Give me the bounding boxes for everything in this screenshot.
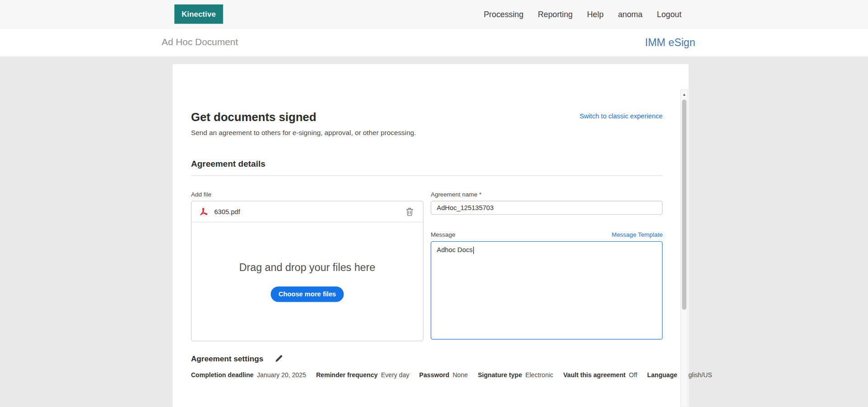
setting-label: Reminder frequency — [316, 371, 377, 378]
nav-item-help[interactable]: Help — [587, 9, 604, 19]
agreement-name-label: Agreement name — [431, 191, 477, 197]
dropzone-text: Drag and drop your files here — [239, 262, 375, 274]
kinective-logo[interactable]: Kinective — [175, 5, 223, 24]
setting-label: Signature type — [478, 371, 522, 378]
edit-settings-button[interactable] — [274, 353, 284, 363]
delete-file-button[interactable] — [405, 206, 415, 217]
page-title: Ad Hoc Document — [162, 37, 238, 48]
setting-label: Completion deadline — [191, 371, 253, 378]
choose-more-files-button[interactable]: Choose more files — [271, 286, 344, 302]
scroll-up-arrow-icon[interactable]: ▲ — [681, 90, 688, 97]
top-bar: Kinective Processing Reporting Help anom… — [0, 0, 868, 29]
file-dropzone[interactable]: Drag and drop your files here Choose mor… — [192, 222, 423, 341]
switch-to-classic-link[interactable]: Switch to classic experience — [580, 112, 663, 120]
scrollbar-thumb[interactable] — [682, 99, 687, 309]
nav-item-processing[interactable]: Processing — [484, 9, 524, 19]
pdf-file-icon — [200, 207, 209, 215]
page-header: Ad Hoc Document IMM eSign — [0, 29, 868, 57]
send-agreement-card: Get documents signed Switch to classic e… — [173, 64, 689, 407]
message-textarea[interactable]: Adhoc Docs — [431, 241, 663, 340]
setting-value: Off — [629, 371, 637, 378]
file-panel: 6305.pdf — [191, 201, 423, 341]
main-content: Get documents signed Switch to classic e… — [0, 57, 868, 407]
vertical-scrollbar[interactable]: ▲ — [680, 89, 688, 407]
setting-value: Electronic — [525, 371, 553, 378]
message-label: Message — [431, 231, 456, 238]
imm-esign-brand: IMM eSign — [645, 37, 695, 49]
card-heading: Get documents signed — [191, 111, 316, 124]
card-subtitle: Send an agreement to others for e-signin… — [191, 129, 662, 136]
text-cursor — [473, 247, 474, 254]
top-nav: Processing Reporting Help anoma Logout — [484, 9, 681, 19]
agreement-details-section-title: Agreement details — [191, 159, 662, 176]
add-file-label: Add file — [191, 191, 423, 197]
setting-label: Vault this agreement — [563, 371, 626, 378]
agreement-settings-summary: Completion deadline January 20, 2025 Rem… — [191, 371, 662, 379]
message-template-link[interactable]: Message Template — [612, 231, 663, 238]
setting-label: Language — [647, 371, 678, 378]
setting-label: Password — [419, 371, 449, 378]
nav-item-logout[interactable]: Logout — [657, 9, 681, 19]
agreement-name-input[interactable] — [431, 201, 663, 215]
nav-item-reporting[interactable]: Reporting — [538, 9, 573, 19]
agreement-settings-title: Agreement settings — [191, 354, 263, 363]
setting-value: Every day — [381, 371, 410, 378]
nav-item-username[interactable]: anoma — [618, 9, 642, 19]
app-root: Kinective Processing Reporting Help anom… — [0, 0, 868, 407]
file-name: 6305.pdf — [214, 208, 240, 215]
file-row: 6305.pdf — [192, 201, 423, 223]
pencil-icon — [275, 355, 283, 362]
message-text: Adhoc Docs — [437, 246, 472, 254]
setting-value: None — [453, 371, 468, 378]
required-asterisk: * — [479, 191, 481, 197]
setting-value: January 20, 2025 — [257, 371, 306, 378]
trash-icon — [406, 207, 414, 216]
